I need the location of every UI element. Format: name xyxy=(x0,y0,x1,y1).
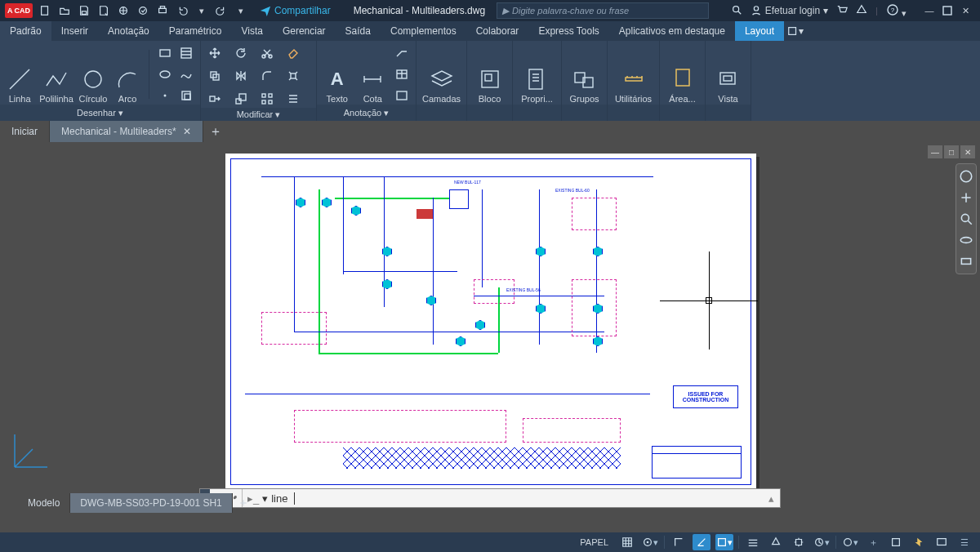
full-nav-wheel-icon[interactable] xyxy=(959,169,973,184)
cmd-area[interactable]: Área... xyxy=(665,45,700,104)
snap-toggle-icon[interactable]: ▾ xyxy=(641,534,659,550)
autodesk-app-icon[interactable] xyxy=(856,4,867,17)
open-web-icon[interactable] xyxy=(116,3,131,18)
tab-express[interactable]: Express Tools xyxy=(528,21,608,41)
workspace-switch-icon[interactable]: ▾ xyxy=(841,534,859,550)
cmd-grupos[interactable]: Grupos xyxy=(567,45,602,104)
pan-icon[interactable] xyxy=(959,190,973,205)
cmdline-history-icon[interactable]: ▴ xyxy=(762,492,780,505)
tab-aplicativos[interactable]: Aplicativos em destaque xyxy=(609,21,735,41)
maximize-icon[interactable] xyxy=(939,3,956,18)
vp-close-icon[interactable]: ✕ xyxy=(960,145,975,158)
panel-title-anotacao[interactable]: Anotação ▾ xyxy=(317,105,416,121)
point-icon[interactable] xyxy=(156,87,174,105)
cmd-polilinha[interactable]: Polilinha xyxy=(39,45,74,104)
cmd-vista[interactable]: Vista xyxy=(710,45,746,104)
search-icon[interactable] xyxy=(731,4,742,17)
tab-gerenciar[interactable]: Gerenciar xyxy=(273,21,336,41)
mirror-icon[interactable] xyxy=(232,67,250,85)
isolate-objects-icon[interactable] xyxy=(887,534,905,550)
save-web-icon[interactable] xyxy=(136,3,150,18)
hatch-icon[interactable] xyxy=(177,44,195,62)
tab-parametrico[interactable]: Paramétrico xyxy=(159,21,232,41)
model-tab[interactable]: Modelo xyxy=(18,493,70,513)
tab-close-icon[interactable]: ✕ xyxy=(183,126,191,137)
zoom-extents-icon[interactable] xyxy=(959,211,973,226)
fillet-icon[interactable] xyxy=(258,67,276,85)
rectangle-icon[interactable] xyxy=(156,44,174,62)
add-layout-button[interactable]: ＋ xyxy=(233,493,254,513)
redo-dd-icon[interactable]: ▾ xyxy=(234,3,248,18)
move-icon[interactable] xyxy=(206,44,224,62)
minimize-icon[interactable]: — xyxy=(921,3,938,18)
tab-saida[interactable]: Saída xyxy=(336,21,381,41)
spline-icon[interactable] xyxy=(177,65,195,83)
copy-icon[interactable] xyxy=(206,67,224,85)
cmd-texto[interactable]: ATexto xyxy=(322,45,353,104)
drawing-area[interactable]: NEW BUL-117 EXISTING BUL-60 EXISTING BUL… xyxy=(0,142,980,532)
osnap-toggle-icon[interactable]: ▾ xyxy=(715,534,733,550)
array-icon[interactable] xyxy=(258,90,276,108)
offset-icon[interactable] xyxy=(284,90,302,108)
space-indicator[interactable]: PAPEL xyxy=(575,537,613,547)
leader-icicon[interactable] xyxy=(393,44,411,62)
cmd-utilitarios[interactable]: Utilitários xyxy=(612,45,654,104)
save-icon[interactable] xyxy=(77,3,91,18)
customize-status-icon[interactable]: ☰ xyxy=(956,534,973,550)
undo-dd-icon[interactable]: ▾ xyxy=(194,3,209,18)
vp-max-icon[interactable]: □ xyxy=(944,145,959,158)
undo-icon[interactable] xyxy=(175,3,189,18)
tab-inserir[interactable]: Inserir xyxy=(51,21,98,41)
annotation-scale-icon[interactable]: ▾ xyxy=(813,534,831,550)
stretch-icon[interactable] xyxy=(206,90,224,108)
clean-screen-icon[interactable] xyxy=(933,534,951,550)
polar-toggle-icon[interactable] xyxy=(693,534,710,550)
share-button[interactable]: Compartilhar xyxy=(260,5,331,16)
region-icon[interactable] xyxy=(177,87,195,105)
command-line[interactable]: ✕ ▸_▾ line ▴ xyxy=(199,488,781,508)
tab-complementos[interactable]: Complementos xyxy=(381,21,466,41)
annotation-monitor-icon[interactable]: ＋ xyxy=(864,534,882,550)
cmd-bloco[interactable]: Bloco xyxy=(472,45,507,104)
tab-document[interactable]: Mechanical - Multileaders* ✕ xyxy=(50,121,203,142)
new-tab-button[interactable]: ＋ xyxy=(203,121,228,142)
saveas-icon[interactable] xyxy=(96,3,111,18)
cmd-propriedades[interactable]: Propri... xyxy=(518,45,556,104)
new-icon[interactable] xyxy=(38,3,52,18)
showmotion-icon[interactable] xyxy=(959,254,973,269)
tab-padrao[interactable]: Padrão xyxy=(0,21,51,41)
ellipse-icon[interactable] xyxy=(156,65,174,83)
cmd-linha[interactable]: Linha xyxy=(5,45,34,104)
lineweight-toggle-icon[interactable] xyxy=(744,534,762,550)
tab-vista[interactable]: Vista xyxy=(231,21,272,41)
cmd-cota[interactable]: Cota xyxy=(358,45,389,104)
explode-icon[interactable] xyxy=(284,67,302,85)
cmd-camadas[interactable]: Camadas xyxy=(421,45,461,104)
close-icon[interactable]: ✕ xyxy=(957,3,973,18)
search-input[interactable]: ▶ Digite palavra-chave ou frase xyxy=(497,2,709,19)
help-icon[interactable]: ? ▾ xyxy=(886,3,906,19)
panel-title-modificar[interactable]: Modificar ▾ xyxy=(201,108,316,121)
plot-icon[interactable] xyxy=(155,3,170,18)
cart-icon[interactable] xyxy=(836,4,848,17)
mtext-icon[interactable] xyxy=(393,87,411,105)
erase-icon[interactable] xyxy=(284,44,302,62)
selection-cycling-icon[interactable] xyxy=(790,534,808,550)
panel-title-desenhar[interactable]: Desenhar ▾ xyxy=(0,105,200,121)
tab-colaborar[interactable]: Colaborar xyxy=(466,21,529,41)
login-button[interactable]: Efetuar login ▾ xyxy=(751,5,828,16)
table-icon[interactable] xyxy=(393,65,411,83)
tab-start[interactable]: Iniciar xyxy=(0,121,50,142)
ribbon-options-icon[interactable]: ▾ xyxy=(784,21,807,41)
grid-toggle-icon[interactable] xyxy=(618,534,636,550)
open-icon[interactable] xyxy=(57,3,72,18)
ortho-toggle-icon[interactable] xyxy=(670,534,688,550)
scale-icon[interactable] xyxy=(232,90,250,108)
tab-layout[interactable]: Layout xyxy=(735,21,784,41)
orbit-icon[interactable] xyxy=(959,233,973,247)
trim-icon[interactable] xyxy=(258,44,276,62)
redo-icon[interactable] xyxy=(214,3,229,18)
cmd-circulo[interactable]: Círculo xyxy=(78,45,108,104)
layout-tab[interactable]: DWG-MB-SS03-PD-19-001 SH1 xyxy=(70,493,232,513)
vp-min-icon[interactable]: — xyxy=(928,145,942,158)
